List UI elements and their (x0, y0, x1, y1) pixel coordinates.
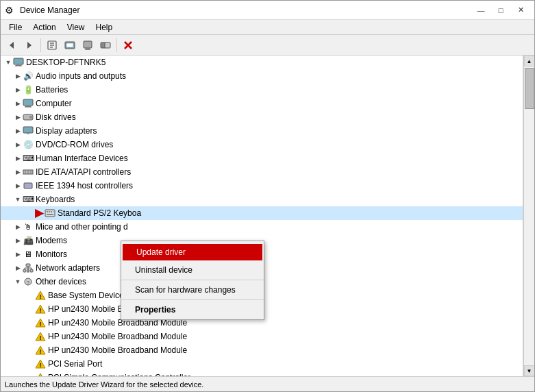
svg-rect-12 (105, 42, 110, 48)
show-hidden-devices-button[interactable] (97, 37, 114, 53)
computer-icon (23, 98, 34, 109)
tree-item-mice[interactable]: ▶ 🖱 Mice and other pointing d (1, 220, 523, 234)
batteries-expand-icon[interactable]: ▶ (13, 85, 23, 95)
monitors-expand-icon[interactable]: ▶ (13, 249, 23, 259)
ide-expand-icon[interactable]: ▶ (13, 167, 23, 177)
context-menu-update[interactable]: Update driver (123, 244, 262, 260)
svg-text:!: ! (40, 307, 42, 314)
minimize-button[interactable]: — (471, 3, 490, 17)
tree-item-displayadapters[interactable]: ▶ Display adapters (1, 124, 523, 138)
tree-item-audio[interactable]: ▶ 🔊 Audio inputs and outputs (1, 69, 523, 83)
tree-item-computer[interactable]: ▶ Computer (1, 97, 523, 110)
hid-label: Human Interface Devices (36, 154, 128, 163)
svg-marker-1 (27, 42, 32, 49)
svg-rect-8 (84, 41, 92, 48)
modems-label: Modems (36, 236, 67, 245)
window-icon: ⚙ (5, 5, 16, 16)
root-label: DESKTOP-DFTNRK5 (26, 58, 105, 67)
delete-button[interactable] (120, 37, 136, 53)
audio-expand-icon[interactable]: ▶ (13, 71, 23, 81)
root-expand-icon[interactable]: ▼ (3, 58, 13, 67)
tree-item-pciport[interactable]: ! PCI Serial Port (1, 357, 523, 371)
tree-root[interactable]: ▼ DESKTOP-DFTNRK5 (1, 56, 523, 69)
audio-label: Audio inputs and outputs (36, 71, 126, 81)
toolbar (1, 35, 534, 56)
hid-expand-icon[interactable]: ▶ (13, 154, 23, 163)
toolbar-separator-2 (116, 38, 117, 52)
mice-expand-icon[interactable]: ▶ (13, 222, 23, 232)
tree-item-ieee[interactable]: ▶ IEEE 1394 host controllers (1, 179, 523, 193)
context-menu-separator-2 (121, 299, 264, 300)
batteries-icon: 🔋 (23, 84, 34, 95)
close-button[interactable]: ✕ (511, 3, 530, 17)
tree-panel[interactable]: ▼ DESKTOP-DFTNRK5 ▶ 🔊 Audio inputs and o… (1, 56, 523, 376)
svg-marker-0 (10, 42, 14, 49)
network-expand-icon[interactable]: ▶ (13, 263, 23, 273)
tree-item-hid[interactable]: ▶ ⌨ Human Interface Devices (1, 151, 523, 165)
modems-expand-icon[interactable]: ▶ (13, 236, 23, 245)
tree-item-stdkb[interactable]: ▶ Standard PS/2 Keyboa (1, 206, 523, 220)
network-icon (23, 262, 34, 273)
svg-rect-37 (23, 269, 26, 272)
context-menu-separator-1 (121, 280, 264, 280)
scroll-thumb[interactable] (525, 68, 534, 109)
dvd-expand-icon[interactable]: ▶ (13, 140, 23, 149)
scrollbar[interactable]: ▲ ▼ (523, 56, 534, 376)
context-menu-properties[interactable]: Properties (121, 302, 264, 318)
hp4-warning-icon: ! (35, 345, 46, 356)
tree-item-hp3[interactable]: ! HP un2430 Mobile Broadband Module (1, 330, 523, 343)
pciport-label: PCI Serial Port (48, 359, 102, 369)
tree-item-pcisimple[interactable]: ! PCI Simple Communications Controller (1, 371, 523, 376)
menu-view[interactable]: View (62, 21, 90, 34)
scroll-down-button[interactable]: ▼ (524, 365, 535, 376)
scroll-up-button[interactable]: ▲ (524, 56, 535, 66)
tree-item-keyboards[interactable]: ▼ ⌨ Keyboards (1, 193, 523, 206)
svg-rect-24 (27, 133, 29, 134)
maximize-button[interactable]: □ (491, 3, 510, 17)
keyboards-expand-icon[interactable]: ▼ (13, 195, 23, 204)
context-menu: Update driver Uninstall device Scan for … (121, 241, 264, 320)
scan-hardware-toolbar-button[interactable] (79, 37, 96, 53)
basesys-warning-icon: ! (35, 290, 46, 301)
forward-button[interactable] (21, 37, 38, 53)
svg-point-22 (29, 116, 32, 119)
svg-rect-39 (27, 269, 29, 272)
stdkb-spacer (25, 208, 35, 218)
menu-help[interactable]: Help (90, 21, 119, 34)
title-bar: ⚙ Device Manager — □ ✕ (1, 1, 534, 20)
svg-text:?: ? (27, 280, 30, 286)
update-driver-toolbar-button[interactable] (62, 37, 78, 53)
tree-item-dvd[interactable]: ▶ 💿 DVD/CD-ROM drives (1, 138, 523, 151)
batteries-label: Batteries (36, 85, 68, 95)
svg-rect-32 (49, 211, 50, 212)
ide-label: IDE ATA/ATAPI controllers (36, 167, 131, 177)
context-menu-scan[interactable]: Scan for hardware changes (121, 282, 264, 298)
context-menu-uninstall[interactable]: Uninstall device (121, 262, 264, 278)
svg-text:!: ! (40, 376, 42, 376)
tree-item-hp4[interactable]: ! HP un2430 Mobile Broadband Module (1, 343, 523, 357)
svg-rect-15 (14, 58, 23, 64)
back-button[interactable] (3, 37, 20, 53)
svg-text:!: ! (40, 321, 42, 328)
tree-item-batteries[interactable]: ▶ 🔋 Batteries (1, 83, 523, 97)
computer-expand-icon[interactable]: ▶ (13, 99, 23, 108)
mice-icon: 🖱 (23, 221, 34, 232)
ieee-expand-icon[interactable]: ▶ (13, 181, 23, 191)
scroll-track[interactable] (525, 66, 534, 365)
main-content: ▼ DESKTOP-DFTNRK5 ▶ 🔊 Audio inputs and o… (1, 56, 534, 376)
diskdrives-expand-icon[interactable]: ▶ (13, 112, 23, 122)
pcisimple-warning-icon: ! (35, 372, 46, 376)
other-expand-icon[interactable]: ▼ (13, 277, 23, 286)
device-manager-window: ⚙ Device Manager — □ ✕ File Action View … (0, 0, 535, 392)
displayadapters-expand-icon[interactable]: ▶ (13, 126, 23, 136)
svg-rect-7 (66, 43, 73, 47)
tree-item-diskdrives[interactable]: ▶ Disk drives (1, 110, 523, 124)
svg-text:!: ! (40, 348, 42, 355)
ieee-label: IEEE 1394 host controllers (36, 181, 133, 191)
svg-rect-18 (23, 99, 33, 106)
properties-toolbar-button[interactable] (44, 37, 60, 53)
menu-file[interactable]: File (3, 21, 27, 34)
basesys-spacer (25, 291, 35, 300)
tree-item-ide[interactable]: ▶ IDE ATA/ATAPI controllers (1, 165, 523, 179)
menu-action[interactable]: Action (27, 21, 61, 34)
